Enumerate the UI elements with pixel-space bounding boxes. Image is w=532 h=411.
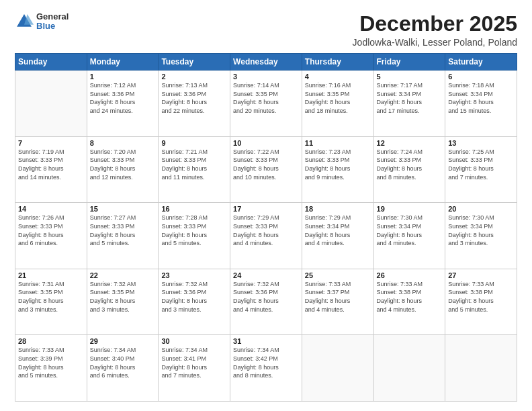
col-saturday: Saturday <box>445 54 517 71</box>
day-number: 30 <box>161 337 227 345</box>
day-number: 14 <box>18 205 84 213</box>
day-info: Sunrise: 7:34 AMSunset: 3:42 PMDaylight:… <box>233 346 299 379</box>
day-number: 10 <box>233 139 299 147</box>
day-info: Sunrise: 7:30 AMSunset: 3:34 PMDaylight:… <box>448 214 514 247</box>
day-info: Sunrise: 7:16 AMSunset: 3:35 PMDaylight:… <box>305 81 371 115</box>
day-number: 29 <box>90 337 156 345</box>
day-info: Sunrise: 7:28 AMSunset: 3:33 PMDaylight:… <box>161 214 227 247</box>
day-info: Sunrise: 7:29 AMSunset: 3:34 PMDaylight:… <box>305 214 371 247</box>
day-info: Sunrise: 7:33 AMSunset: 3:38 PMDaylight:… <box>448 280 514 314</box>
day-number: 20 <box>448 205 514 213</box>
day-info: Sunrise: 7:24 AMSunset: 3:33 PMDaylight:… <box>377 148 443 181</box>
logo-blue: Blue <box>36 21 69 31</box>
day-number: 5 <box>377 73 443 81</box>
day-number: 19 <box>377 205 443 213</box>
day-info: Sunrise: 7:23 AMSunset: 3:33 PMDaylight:… <box>305 148 371 181</box>
table-row: 3Sunrise: 7:14 AMSunset: 3:35 PMDaylight… <box>230 71 302 137</box>
table-row: 30Sunrise: 7:34 AMSunset: 3:41 PMDayligh… <box>159 335 230 402</box>
table-row: 5Sunrise: 7:17 AMSunset: 3:34 PMDaylight… <box>373 71 445 137</box>
logo-text: General Blue <box>36 12 69 32</box>
day-info: Sunrise: 7:32 AMSunset: 3:36 PMDaylight:… <box>161 280 227 314</box>
table-row: 28Sunrise: 7:33 AMSunset: 3:39 PMDayligh… <box>15 335 87 402</box>
table-row <box>302 335 373 402</box>
table-row: 18Sunrise: 7:29 AMSunset: 3:34 PMDayligh… <box>302 203 373 269</box>
day-number: 7 <box>18 139 84 147</box>
day-info: Sunrise: 7:32 AMSunset: 3:35 PMDaylight:… <box>90 280 156 314</box>
day-number: 17 <box>233 205 299 213</box>
table-row: 1Sunrise: 7:12 AMSunset: 3:36 PMDaylight… <box>87 71 159 137</box>
day-info: Sunrise: 7:34 AMSunset: 3:41 PMDaylight:… <box>161 346 227 379</box>
calendar-week-row: 7Sunrise: 7:19 AMSunset: 3:33 PMDaylight… <box>15 136 517 203</box>
table-row: 2Sunrise: 7:13 AMSunset: 3:36 PMDaylight… <box>159 71 230 137</box>
day-info: Sunrise: 7:14 AMSunset: 3:35 PMDaylight:… <box>233 81 299 115</box>
day-number: 1 <box>90 73 156 81</box>
header: General Blue December 2025 Jodlowka-Walk… <box>15 12 517 48</box>
day-number: 24 <box>233 271 299 279</box>
table-row: 8Sunrise: 7:20 AMSunset: 3:33 PMDaylight… <box>87 136 159 203</box>
day-info: Sunrise: 7:18 AMSunset: 3:34 PMDaylight:… <box>448 81 514 115</box>
table-row: 16Sunrise: 7:28 AMSunset: 3:33 PMDayligh… <box>159 203 230 269</box>
logo: General Blue <box>15 12 69 32</box>
table-row: 7Sunrise: 7:19 AMSunset: 3:33 PMDaylight… <box>15 136 87 203</box>
day-info: Sunrise: 7:17 AMSunset: 3:34 PMDaylight:… <box>377 81 443 115</box>
day-info: Sunrise: 7:34 AMSunset: 3:40 PMDaylight:… <box>90 346 156 379</box>
calendar-week-row: 14Sunrise: 7:26 AMSunset: 3:33 PMDayligh… <box>15 203 517 269</box>
day-info: Sunrise: 7:33 AMSunset: 3:38 PMDaylight:… <box>377 280 443 314</box>
table-row: 4Sunrise: 7:16 AMSunset: 3:35 PMDaylight… <box>302 71 373 137</box>
day-number: 22 <box>90 271 156 279</box>
table-row <box>445 335 517 402</box>
calendar-week-row: 21Sunrise: 7:31 AMSunset: 3:35 PMDayligh… <box>15 269 517 335</box>
day-number: 6 <box>448 73 514 81</box>
day-info: Sunrise: 7:32 AMSunset: 3:36 PMDaylight:… <box>233 280 299 314</box>
day-number: 3 <box>233 73 299 81</box>
table-row: 11Sunrise: 7:23 AMSunset: 3:33 PMDayligh… <box>302 136 373 203</box>
table-row: 17Sunrise: 7:29 AMSunset: 3:33 PMDayligh… <box>230 203 302 269</box>
table-row: 13Sunrise: 7:25 AMSunset: 3:33 PMDayligh… <box>445 136 517 203</box>
table-row: 9Sunrise: 7:21 AMSunset: 3:33 PMDaylight… <box>159 136 230 203</box>
col-sunday: Sunday <box>15 54 87 71</box>
day-info: Sunrise: 7:25 AMSunset: 3:33 PMDaylight:… <box>448 148 514 181</box>
day-number: 16 <box>161 205 227 213</box>
day-number: 13 <box>448 139 514 147</box>
day-number: 28 <box>18 337 84 345</box>
day-number: 31 <box>233 337 299 345</box>
title-block: December 2025 Jodlowka-Walki, Lesser Pol… <box>353 12 517 48</box>
day-number: 12 <box>377 139 443 147</box>
calendar-header-row: Sunday Monday Tuesday Wednesday Thursday… <box>15 54 517 71</box>
logo-icon <box>15 12 34 31</box>
day-info: Sunrise: 7:33 AMSunset: 3:37 PMDaylight:… <box>305 280 371 314</box>
day-info: Sunrise: 7:21 AMSunset: 3:33 PMDaylight:… <box>161 148 227 181</box>
day-info: Sunrise: 7:13 AMSunset: 3:36 PMDaylight:… <box>161 81 227 115</box>
table-row: 23Sunrise: 7:32 AMSunset: 3:36 PMDayligh… <box>159 269 230 335</box>
title-month: December 2025 <box>353 12 517 36</box>
table-row: 22Sunrise: 7:32 AMSunset: 3:35 PMDayligh… <box>87 269 159 335</box>
col-friday: Friday <box>373 54 445 71</box>
day-info: Sunrise: 7:20 AMSunset: 3:33 PMDaylight:… <box>90 148 156 181</box>
table-row: 19Sunrise: 7:30 AMSunset: 3:34 PMDayligh… <box>373 203 445 269</box>
calendar-table: Sunday Monday Tuesday Wednesday Thursday… <box>15 53 517 402</box>
day-info: Sunrise: 7:29 AMSunset: 3:33 PMDaylight:… <box>233 214 299 247</box>
day-number: 18 <box>305 205 371 213</box>
table-row: 12Sunrise: 7:24 AMSunset: 3:33 PMDayligh… <box>373 136 445 203</box>
table-row: 27Sunrise: 7:33 AMSunset: 3:38 PMDayligh… <box>445 269 517 335</box>
table-row: 24Sunrise: 7:32 AMSunset: 3:36 PMDayligh… <box>230 269 302 335</box>
day-number: 9 <box>161 139 227 147</box>
day-number: 26 <box>377 271 443 279</box>
day-info: Sunrise: 7:12 AMSunset: 3:36 PMDaylight:… <box>90 81 156 115</box>
table-row: 26Sunrise: 7:33 AMSunset: 3:38 PMDayligh… <box>373 269 445 335</box>
day-info: Sunrise: 7:27 AMSunset: 3:33 PMDaylight:… <box>90 214 156 247</box>
table-row: 14Sunrise: 7:26 AMSunset: 3:33 PMDayligh… <box>15 203 87 269</box>
col-thursday: Thursday <box>302 54 373 71</box>
page: General Blue December 2025 Jodlowka-Walk… <box>0 0 532 411</box>
table-row: 20Sunrise: 7:30 AMSunset: 3:34 PMDayligh… <box>445 203 517 269</box>
calendar-week-row: 1Sunrise: 7:12 AMSunset: 3:36 PMDaylight… <box>15 71 517 137</box>
day-info: Sunrise: 7:33 AMSunset: 3:39 PMDaylight:… <box>18 346 84 379</box>
day-number: 25 <box>305 271 371 279</box>
table-row <box>373 335 445 402</box>
table-row: 29Sunrise: 7:34 AMSunset: 3:40 PMDayligh… <box>87 335 159 402</box>
day-number: 15 <box>90 205 156 213</box>
day-info: Sunrise: 7:22 AMSunset: 3:33 PMDaylight:… <box>233 148 299 181</box>
table-row: 31Sunrise: 7:34 AMSunset: 3:42 PMDayligh… <box>230 335 302 402</box>
day-number: 27 <box>448 271 514 279</box>
col-wednesday: Wednesday <box>230 54 302 71</box>
